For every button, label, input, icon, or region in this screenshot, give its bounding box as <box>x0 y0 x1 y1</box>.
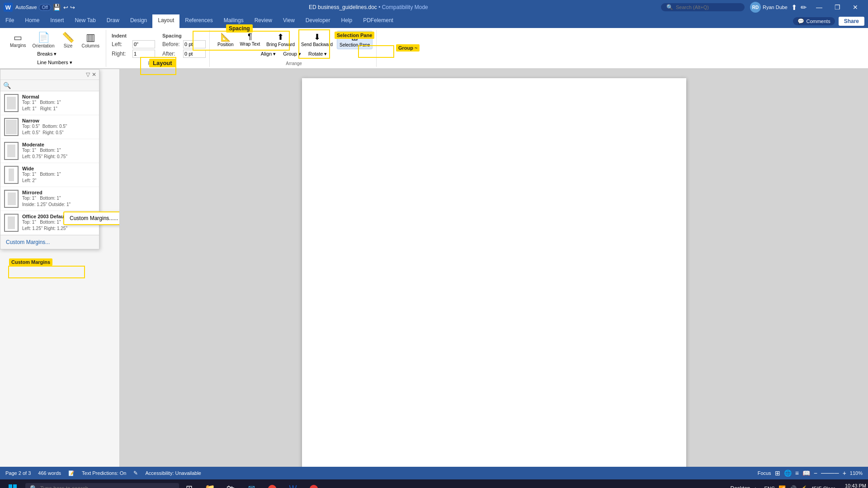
zoom-slider[interactable]: ──── <box>821 469 839 477</box>
restore-button[interactable]: ❐ <box>828 0 846 14</box>
margin-option-mirrored[interactable]: Mirrored Top: 1" Bottom: 1"Inside: 1.25"… <box>0 187 99 211</box>
clock-time: 10:43 PM <box>845 483 866 488</box>
indent-left-input[interactable] <box>132 40 155 48</box>
tab-home[interactable]: Home <box>19 14 45 28</box>
wifi-icon[interactable]: 📶 <box>778 485 786 488</box>
tab-view[interactable]: View <box>278 14 300 28</box>
custom-margins-highlight: Custom Margins...... <box>63 211 120 225</box>
minimize-button[interactable]: — <box>810 0 828 14</box>
show-desktop-icon[interactable]: Desktop <box>730 485 750 488</box>
panel-close-icon[interactable]: ✕ <box>92 71 96 78</box>
tab-pdfelement[interactable]: PDFelement <box>358 14 399 28</box>
view-normal-icon[interactable]: ⊞ <box>775 469 780 477</box>
pen-icon[interactable]: ✏ <box>801 3 807 12</box>
tab-review[interactable]: Review <box>249 14 278 28</box>
custom-margins-button[interactable]: Custom Margins... <box>0 235 99 249</box>
breaks-button[interactable]: Breaks ▾ <box>34 50 75 58</box>
text-predictions[interactable]: Text Predictions: On <box>82 470 126 476</box>
volume-icon[interactable]: 🔊 <box>789 485 797 488</box>
before-input[interactable] <box>183 40 206 48</box>
tab-layout[interactable]: Layout <box>152 14 179 28</box>
paragraph-label: Paragraph <box>148 60 170 66</box>
doc-area[interactable] <box>120 69 868 467</box>
task-view-icon[interactable]: ⊞ <box>179 479 199 488</box>
mirrored-name: Mirrored <box>22 190 95 195</box>
start-button[interactable] <box>2 479 24 488</box>
autosave-toggle[interactable]: Off <box>39 4 51 11</box>
file-explorer-icon[interactable]: 📁 <box>200 479 220 488</box>
spelling-icon[interactable]: 📝 <box>68 470 75 476</box>
save-icon[interactable]: 💾 <box>53 4 61 11</box>
ribbon-group-indent-spacing: Indent Left: Right: Spacing Before: <box>108 30 210 67</box>
focus-button[interactable]: Focus <box>758 470 771 476</box>
search-input[interactable] <box>676 5 739 10</box>
app-icon-red[interactable]: ⬤ <box>304 479 324 488</box>
zoom-out-icon[interactable]: − <box>814 469 817 477</box>
tab-mailings[interactable]: Mailings <box>218 14 249 28</box>
after-input[interactable] <box>183 50 206 58</box>
ribbon: File Home Insert New Tab Draw Design Lay… <box>0 14 868 69</box>
bring-forward-button[interactable]: ⬆ Bring Forward <box>264 31 297 49</box>
upgrade-icon[interactable]: ⬆ <box>791 3 797 12</box>
align-button[interactable]: Align ▾ <box>258 50 279 58</box>
tab-design[interactable]: Design <box>125 14 152 28</box>
tab-newtab[interactable]: New Tab <box>69 14 101 28</box>
margin-info-narrow: Narrow Top: 0.5" Bottom: 0.5"Left: 0.5" … <box>22 118 95 136</box>
panel-expand-icon[interactable]: ▽ <box>86 71 90 78</box>
autosave-area: AutoSave Off <box>15 4 51 11</box>
comments-button[interactable]: 💬Comments <box>793 17 835 25</box>
view-outline-icon[interactable]: ≡ <box>795 469 799 477</box>
tab-help[interactable]: Help <box>336 14 358 28</box>
tab-references[interactable]: References <box>179 14 218 28</box>
user-button[interactable]: RD Ryan Dube <box>750 2 788 13</box>
tab-file[interactable]: File <box>0 14 19 28</box>
line-numbers-button[interactable]: Line Numbers ▾ <box>34 59 75 66</box>
battery-icon[interactable]: ⚡ <box>800 485 807 488</box>
panel-search-input[interactable] <box>13 83 80 88</box>
margin-option-normal[interactable]: Normal Top: 1" Bottom: 1"Left: 1" Right:… <box>0 91 99 115</box>
view-web-icon[interactable]: 🌐 <box>784 469 792 477</box>
chevron-up-icon[interactable]: ▲ <box>753 486 758 488</box>
doc-page <box>302 78 686 467</box>
columns-button[interactable]: ▥ Columns <box>79 31 102 50</box>
chrome-icon[interactable]: ⬤ <box>262 479 282 488</box>
accessibility[interactable]: Accessibility: Unavailable <box>145 470 201 476</box>
send-backward-button[interactable]: ⬇ Send Backward <box>299 31 335 49</box>
undo-icon[interactable]: ↩ <box>63 4 68 11</box>
orientation-button[interactable]: 📄 Orientation <box>30 31 57 50</box>
mail-icon[interactable]: ✉ <box>241 479 261 488</box>
group-button[interactable]: Group ▾ <box>280 50 304 58</box>
store-icon[interactable]: 🛍 <box>221 479 241 488</box>
margins-button[interactable]: ▭ Margins <box>7 31 29 50</box>
before-label: Before: <box>162 41 181 47</box>
indent-right-input[interactable] <box>132 50 155 58</box>
view-read-icon[interactable]: 📖 <box>802 469 810 477</box>
rotate-button[interactable]: Rotate ▾ <box>306 50 330 58</box>
margin-info-wide: Wide Top: 1" Bottom: 1"Left: 2" <box>22 166 95 184</box>
word-taskbar-icon[interactable]: W <box>283 479 303 488</box>
zoom-level[interactable]: 110% <box>850 470 863 476</box>
spacing-label: Spacing <box>162 33 206 38</box>
taskbar-search[interactable]: 🔍 <box>25 483 179 488</box>
narrow-vals: Top: 0.5" Bottom: 0.5"Left: 0.5" Right: … <box>22 123 95 136</box>
margin-option-moderate[interactable]: Moderate Top: 1" Bottom: 1"Left: 0.75" R… <box>0 139 99 163</box>
wrap-text-button[interactable]: ¶ Wrap Text <box>238 31 263 49</box>
selection-pane-button[interactable]: ⊞ Selection Pane <box>337 31 373 49</box>
tab-insert[interactable]: Insert <box>45 14 69 28</box>
taskbar-search-input[interactable] <box>40 485 167 488</box>
systray: ENG 📶 🔊 ⚡ 45°F Clear <box>760 485 839 488</box>
zoom-in-icon[interactable]: + <box>843 469 846 477</box>
size-button[interactable]: 📏 Size <box>58 31 78 50</box>
window-controls: — ❐ ✕ <box>810 0 864 14</box>
tab-developer[interactable]: Developer <box>300 14 336 28</box>
margin-option-wide[interactable]: Wide Top: 1" Bottom: 1"Left: 2" <box>0 163 99 187</box>
margin-option-narrow[interactable]: Narrow Top: 0.5" Bottom: 0.5"Left: 0.5" … <box>0 115 99 139</box>
position-button[interactable]: 📐 Position <box>215 31 236 49</box>
search-box[interactable]: 🔍 <box>661 3 745 11</box>
share-button[interactable]: Share <box>839 17 864 26</box>
track-changes-icon[interactable]: ✎ <box>133 470 138 476</box>
wide-name: Wide <box>22 166 95 171</box>
redo-icon[interactable]: ↪ <box>70 4 75 11</box>
close-button[interactable]: ✕ <box>846 0 864 14</box>
tab-draw[interactable]: Draw <box>101 14 125 28</box>
